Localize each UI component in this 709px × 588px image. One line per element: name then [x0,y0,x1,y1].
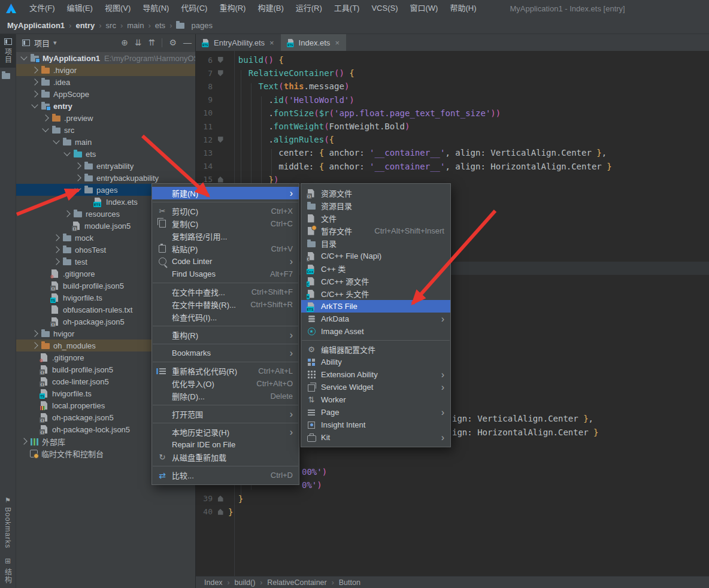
menu-item[interactable]: 重新格式化代码(R)Ctrl+Alt+L [152,365,299,377]
tree-row[interactable]: .hvigor [16,64,195,76]
breadcrumb-item[interactable]: ets [155,21,165,30]
menu-item[interactable]: Repair IDE on File [152,438,299,451]
menubar-item[interactable]: 视图(V) [99,0,137,17]
fold-marker-icon[interactable] [213,70,228,76]
fold-marker-icon[interactable] [213,496,228,502]
code-line[interactable]: 13 center: { anchor: '__container__', al… [196,146,607,159]
chevron-collapsed-icon[interactable] [53,246,59,253]
menu-item[interactable]: Code Linter› [152,255,299,268]
menu-item[interactable]: ✂剪切(C)Ctrl+X [152,205,299,217]
breadcrumb-item[interactable]: pages [176,21,212,30]
chevron-collapsed-icon[interactable] [53,234,59,241]
tool-button-project[interactable]: 项目 [0,34,16,68]
chevron-collapsed-icon[interactable] [63,210,70,217]
menubar-item[interactable]: 重构(R) [213,0,252,17]
menu-item[interactable]: Service Widget› [301,381,450,393]
chevron-down-icon[interactable]: ▾ [53,39,57,47]
fold-marker-icon[interactable] [213,177,228,183]
menu-item[interactable]: 重构(R)› [152,329,299,341]
editor-breadcrumb-item[interactable]: Index [204,578,223,587]
menu-item[interactable]: 打开范围› [152,408,299,420]
editor-breadcrumb-item[interactable]: build() [235,578,256,587]
menu-item[interactable]: ⇄比较...Ctrl+D [152,469,299,481]
menubar-item[interactable]: 帮助(H) [444,0,482,17]
menu-item[interactable]: 新建(N)› [152,187,299,199]
menu-item[interactable]: {}资源文件 [301,187,450,199]
chevron-collapsed-icon[interactable] [42,114,49,121]
menu-item[interactable]: Ability [301,356,450,368]
code-line[interactable]: 11 .fontWeight(FontWeight.Bold) [196,120,410,133]
breadcrumb-item[interactable]: main [127,21,144,30]
tree-row[interactable]: .preview [16,112,195,124]
breadcrumb-item[interactable]: MyApplication1 [7,21,65,30]
menu-item[interactable]: 文件 [301,212,450,225]
menubar-item[interactable]: 代码(C) [175,0,213,17]
close-icon[interactable]: × [335,38,340,47]
menubar-item[interactable]: 构建(B) [252,0,289,17]
menu-item[interactable]: Insight Intent [301,419,450,431]
tool-button-folder[interactable] [0,68,16,83]
tree-row[interactable]: entry [16,100,195,112]
menubar-item[interactable]: 导航(N) [137,0,175,17]
tree-row[interactable]: ets [16,148,195,160]
menu-item[interactable]: 检查代码(I)... [152,311,299,323]
tool-button-bookmarks[interactable]: ⚑ Bookmarks [0,492,16,553]
code-line[interactable]: 10 .fontSize($r('app.float.page_text_fon… [196,107,501,120]
menubar-item[interactable]: 运行(R) [290,0,328,17]
menu-item[interactable]: CC/C++ 源文件 [301,275,450,287]
chevron-expanded-icon[interactable] [31,101,38,108]
fold-marker-icon[interactable] [213,509,228,515]
menubar-item[interactable]: 编辑(E) [61,0,99,17]
tree-row[interactable]: .idea [16,76,195,88]
code-line[interactable]: 6 build() { [196,53,284,66]
menu-item[interactable]: HC/C++ 头文件 [301,287,450,300]
menu-item[interactable]: C++C++ 类 [301,262,450,275]
menubar-item[interactable]: 文件(F) [23,0,61,17]
tree-row[interactable]: entrybackupability [16,172,195,184]
menubar-item[interactable]: 工具(T) [328,0,366,17]
menu-item[interactable]: 删除(D)...Delete [152,390,299,402]
breadcrumb-item[interactable]: src [106,21,116,30]
close-icon[interactable]: × [269,38,274,47]
tool-button-structure[interactable]: ⊞ 结构 [0,553,16,588]
menu-item[interactable]: 资源目录 [301,199,450,212]
expand-all-icon[interactable]: ⇊ [135,38,142,47]
tree-row[interactable]: MyApplication1E:\myProgram\HarmonyOS [16,52,195,64]
menu-item[interactable]: 复制(C)Ctrl+C [152,217,299,230]
locate-icon[interactable]: ⊕ [121,38,128,47]
tree-row[interactable]: src [16,124,195,136]
code-line[interactable]: 39 } [196,492,243,505]
chevron-collapsed-icon[interactable] [20,438,27,444]
code-line[interactable]: 14 middle: { anchor: '__container__', al… [196,160,612,173]
fold-marker-icon[interactable] [213,57,228,63]
menu-item[interactable]: 在文件中替换(R)...Ctrl+Shift+R [152,298,299,311]
chevron-collapsed-icon[interactable] [74,174,81,181]
chevron-expanded-icon[interactable] [42,125,49,132]
menu-item[interactable]: Bookmarks› [152,347,299,359]
code-line[interactable]: 8 Text(this.message) [196,80,349,93]
menu-item[interactable]: ★Image Asset [301,325,450,338]
chevron-expanded-icon[interactable] [74,185,81,192]
menu-item[interactable]: Page› [301,406,450,419]
editor-breadcrumb-item[interactable]: Button [339,578,360,587]
tree-row[interactable]: entryability [16,160,195,172]
editor-tab[interactable]: ETSIndex.ets× [281,34,346,51]
fold-marker-icon[interactable] [213,137,228,143]
menu-item[interactable]: 在文件中查找...Ctrl+Shift+F [152,286,299,298]
menu-item[interactable]: ⇅Worker [301,393,450,406]
settings-icon[interactable]: ⚙ [169,38,177,47]
tree-row[interactable]: main [16,136,195,148]
editor-breadcrumb-item[interactable]: RelativeContainer [267,578,326,587]
code-line[interactable]: 9 .id('HelloWorld') [196,93,354,107]
chevron-expanded-icon[interactable] [63,149,70,156]
menu-item[interactable]: ArkData› [301,313,450,325]
menu-item[interactable]: CC/C++ File (Napi) [301,250,450,262]
chevron-collapsed-icon[interactable] [74,162,81,169]
menubar-item[interactable]: VCS(S) [365,0,404,17]
menu-item[interactable]: ETSArkTS File [301,300,450,313]
menu-item[interactable]: 复制路径/引用... [152,230,299,243]
collapse-all-icon[interactable]: ⇈ [149,38,156,47]
menu-item[interactable]: Kit› [301,431,450,444]
breadcrumb-item[interactable]: entry [75,21,95,30]
chevron-collapsed-icon[interactable] [31,66,38,73]
